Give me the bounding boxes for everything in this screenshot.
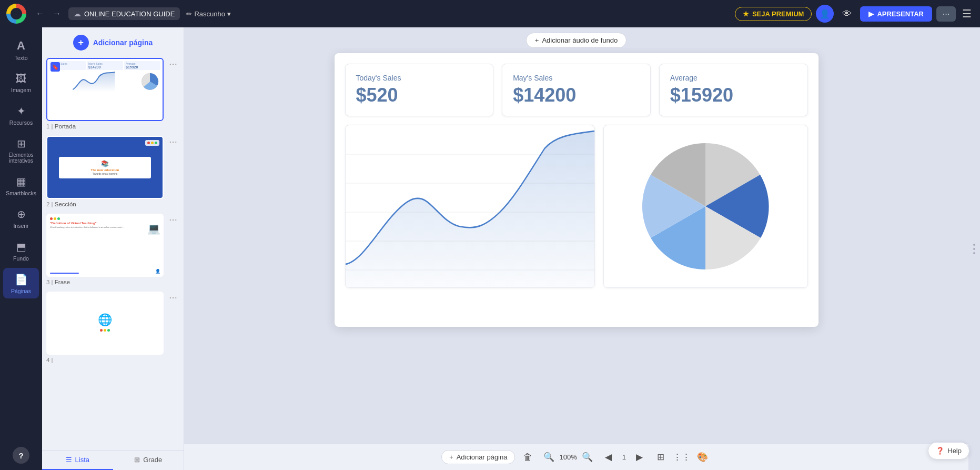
cloud-icon: ☁ — [74, 9, 81, 18]
page-thumb-2[interactable]: 📚 The new education Towards virtual lear… — [46, 136, 164, 207]
delete-page-button[interactable]: 🗑 — [519, 449, 536, 466]
draft-selector[interactable]: ✏ Rascunho ▾ — [186, 10, 231, 18]
text-icon: A — [17, 39, 25, 53]
pages-icon: 📄 — [15, 273, 28, 286]
add-audio-button[interactable]: + Adicionar áudio de fundo — [526, 33, 627, 48]
plus-icon-bottom: + — [449, 453, 453, 461]
sales-card-may-value: $14200 — [513, 84, 640, 106]
canvas-top-bar: + Adicionar áudio de fundo — [184, 27, 968, 48]
fit-page-button[interactable]: ⊞ — [652, 449, 669, 466]
sidebar-item-imagem[interactable]: 🖼 Imagem — [3, 67, 39, 97]
sales-card-today[interactable]: Today's Sales $520 — [345, 64, 494, 116]
pie-chart-box[interactable] — [603, 125, 808, 288]
canvas-scroll[interactable]: Today's Sales $520 May's Sales $14200 Av… — [184, 48, 968, 444]
page-label-3: 3 | Frase — [46, 279, 164, 285]
menu-button[interactable]: ☰ — [960, 5, 974, 22]
sidebar-item-recursos[interactable]: ✦ Recursos — [3, 99, 39, 130]
line-chart-svg — [346, 125, 594, 287]
sidebar-item-label: Elementos interativos — [7, 152, 35, 164]
smartblocks-icon: ▦ — [16, 175, 26, 188]
sidebar-item-fundo[interactable]: ⬒ Fundo — [3, 235, 39, 266]
pages-list: Today's Sales$520 May's Sales$14200 Aver… — [42, 56, 184, 450]
premium-button[interactable]: ★ SEJA PREMIUM — [735, 7, 812, 21]
app-logo[interactable] — [6, 4, 26, 24]
pages-panel: + Adicionar página Today's Sales$520 May… — [42, 27, 184, 470]
draft-label: Rascunho — [194, 10, 225, 18]
sidebar-item-texto[interactable]: A Texto — [3, 34, 39, 65]
page-options-4[interactable]: ⋯ — [167, 292, 179, 304]
user-avatar[interactable]: 👤 — [816, 5, 834, 23]
page-indicator: 1 — [619, 453, 629, 461]
page-options-1[interactable]: ⋯ — [167, 58, 179, 70]
sales-card-today-label: Today's Sales — [356, 74, 483, 82]
sidebar-item-smartblocks[interactable]: ▦ Smartblocks — [3, 170, 39, 201]
next-page-button[interactable]: ▶ — [631, 449, 648, 466]
page-item-1: Today's Sales$520 May's Sales$14200 Aver… — [46, 58, 179, 129]
sidebar-item-label: Inserir — [13, 223, 28, 229]
color-wheel-button[interactable]: 🎨 — [694, 449, 711, 466]
interactive-icon: ⊞ — [17, 137, 26, 150]
page-thumbnail-4[interactable]: 🌐 — [46, 292, 164, 355]
undo-redo-group: ← → — [33, 6, 64, 21]
sales-card-average[interactable]: Average $15920 — [659, 64, 808, 116]
add-page-button-panel[interactable]: + Adicionar página — [73, 35, 153, 51]
slide-canvas: Today's Sales $520 May's Sales $14200 Av… — [335, 53, 819, 327]
line-chart-box[interactable] — [345, 125, 595, 288]
zoom-group: 🔍 100% 🔍 — [540, 449, 595, 466]
background-icon: ⬒ — [16, 241, 26, 253]
pages-panel-header: + Adicionar página — [42, 27, 184, 56]
page-dots-2 — [145, 140, 159, 146]
present-icon: ▶ — [868, 10, 874, 18]
sidebar-item-label: Smartblocks — [6, 190, 36, 196]
star-icon: ★ — [743, 10, 749, 18]
help-fab[interactable]: ❓ Help — [928, 442, 969, 459]
page-item-2: 📚 The new education Towards virtual lear… — [46, 136, 179, 207]
present-button[interactable]: ▶ APRESENTAR — [860, 6, 932, 22]
eye-button[interactable]: 👁 — [838, 5, 856, 23]
page-thumbnail-1[interactable]: Today's Sales$520 May's Sales$14200 Aver… — [46, 58, 164, 121]
page-label-2: 2 | Sección — [46, 201, 164, 207]
add-page-button-bottom[interactable]: + Adicionar página — [441, 450, 515, 464]
share-button[interactable]: ⋯ — [936, 6, 956, 22]
zoom-in-button[interactable]: 🔍 — [579, 449, 596, 466]
sidebar-item-elementos[interactable]: ⊞ Elementos interativos — [3, 132, 39, 168]
page-item-3: "Definition of Virtual Teaching" Virtual… — [46, 214, 179, 285]
sidebar-item-label: Páginas — [11, 288, 31, 294]
page-thumb-1[interactable]: Today's Sales$520 May's Sales$14200 Aver… — [46, 58, 164, 129]
page-thumbnail-3[interactable]: "Definition of Virtual Teaching" Virtual… — [46, 214, 164, 277]
page-options-2[interactable]: ⋯ — [167, 136, 179, 148]
page-thumb-4[interactable]: 🌐 4 | — [46, 292, 164, 363]
right-edge-dots — [973, 244, 975, 254]
main-toolbar: ← → ☁ ONLINE EDUCATION GUIDE ✏ Rascunho … — [0, 0, 980, 27]
page-thumbnail-2[interactable]: 📚 The new education Towards virtual lear… — [46, 136, 164, 199]
sidebar-tools: A Texto 🖼 Imagem ✦ Recursos ⊞ Elementos … — [0, 27, 42, 470]
canvas-bottom-bar: + Adicionar página 🗑 🔍 100% 🔍 ◀ 1 ▶ ⊞ ⋮⋮… — [184, 444, 968, 470]
help-button-sidebar[interactable]: ? — [13, 447, 29, 464]
sidebar-item-label: Imagem — [11, 87, 31, 93]
insert-icon: ⊕ — [17, 208, 26, 221]
redo-button[interactable]: → — [49, 6, 64, 21]
sidebar-item-inserir[interactable]: ⊕ Inserir — [3, 203, 39, 233]
zoom-out-button[interactable]: 🔍 — [540, 449, 557, 466]
sales-cards-row: Today's Sales $520 May's Sales $14200 Av… — [345, 64, 808, 116]
resources-icon: ✦ — [17, 105, 26, 117]
page-item-4: 🌐 4 | ⋯ — [46, 292, 179, 363]
document-title-area[interactable]: ☁ ONLINE EDUCATION GUIDE — [68, 7, 180, 20]
draft-pencil-icon: ✏ — [186, 10, 192, 18]
page-options-3[interactable]: ⋯ — [167, 214, 179, 226]
help-circle-icon: ❓ — [936, 447, 944, 455]
main-layout: A Texto 🖼 Imagem ✦ Recursos ⊞ Elementos … — [0, 27, 980, 470]
image-icon: 🖼 — [16, 73, 26, 85]
draft-chevron-icon: ▾ — [227, 10, 231, 18]
page-thumb-3[interactable]: "Definition of Virtual Teaching" Virtual… — [46, 214, 164, 285]
grid-view-button[interactable]: ⋮⋮ — [673, 449, 690, 466]
prev-page-button[interactable]: ◀ — [600, 449, 617, 466]
canvas-area: + Adicionar áudio de fundo Today's Sales… — [184, 27, 968, 470]
sidebar-item-paginas[interactable]: 📄 Páginas — [3, 268, 39, 298]
zoom-level: 100% — [559, 453, 577, 461]
undo-button[interactable]: ← — [33, 6, 47, 21]
sales-card-average-label: Average — [670, 74, 797, 82]
sales-card-may[interactable]: May's Sales $14200 — [502, 64, 651, 116]
tab-grade[interactable]: ⊞ Grade — [113, 451, 184, 470]
tab-lista[interactable]: ☰ Lista — [42, 451, 113, 470]
